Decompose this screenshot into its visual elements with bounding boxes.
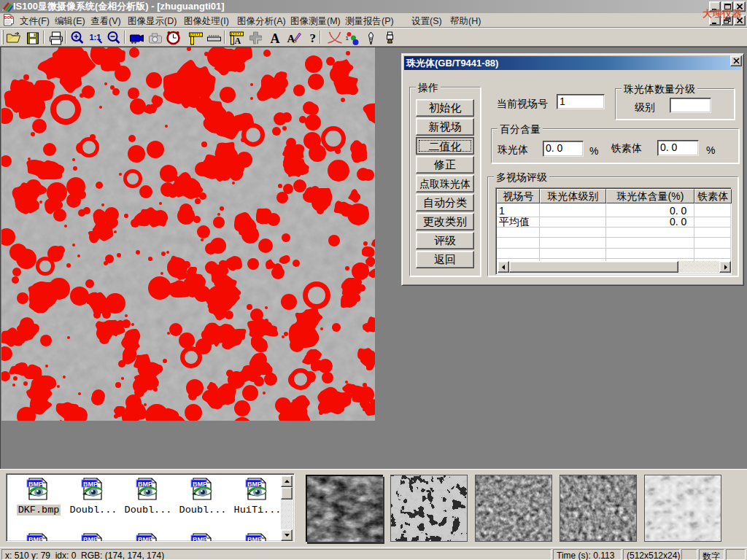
svg-text:DOC: DOC	[4, 15, 13, 20]
svg-text:BMP: BMP	[193, 536, 207, 542]
svg-text:A: A	[271, 31, 280, 46]
svg-text:?: ?	[310, 31, 317, 45]
svg-text:BMP: BMP	[28, 481, 43, 488]
svg-text:BMP: BMP	[247, 536, 262, 542]
svg-text:BMP: BMP	[28, 536, 43, 542]
svg-text:BMP: BMP	[83, 536, 98, 542]
svg-text:BMP: BMP	[138, 481, 152, 488]
svg-text:BMP: BMP	[247, 481, 262, 488]
svg-text:1: 1	[346, 35, 349, 42]
svg-text:BMP: BMP	[83, 481, 98, 488]
svg-text:BMP: BMP	[193, 481, 207, 488]
svg-text:A: A	[235, 36, 241, 46]
svg-text:BMP: BMP	[138, 536, 152, 542]
